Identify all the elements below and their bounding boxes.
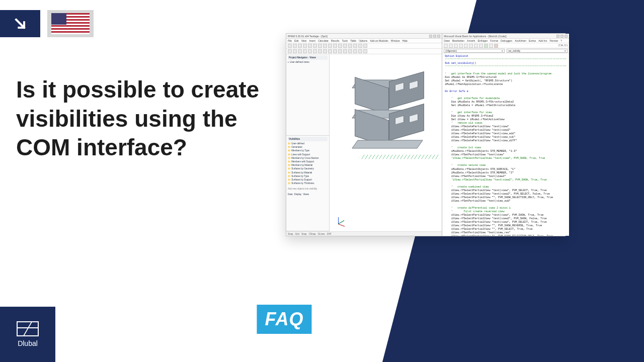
toolbar-button[interactable] — [293, 49, 297, 53]
toolbar-button[interactable] — [318, 44, 322, 48]
toolbar-button[interactable] — [469, 44, 473, 48]
toolbar-button[interactable] — [353, 44, 357, 48]
proc-dropdown[interactable]: set_visibility — [507, 49, 568, 53]
menu-item[interactable]: Results — [331, 39, 340, 42]
vis-item[interactable]: Surfaces by Geometry — [288, 167, 328, 170]
language-flag-us[interactable] — [47, 10, 94, 37]
toolbar-button[interactable] — [323, 49, 327, 53]
menu-item[interactable]: Edit — [294, 39, 299, 42]
faq-tag: FAQ — [257, 305, 311, 334]
toolbar-button[interactable] — [333, 44, 337, 48]
status-chip[interactable]: OSnap — [309, 233, 316, 235]
nav-tab[interactable]: Display — [294, 193, 302, 196]
toolbar-button[interactable] — [343, 44, 347, 48]
menu-item[interactable]: Einfügen — [478, 39, 488, 42]
vis-item[interactable]: Members with Support — [288, 160, 328, 163]
toolbar-button[interactable] — [338, 44, 342, 48]
menu-item[interactable]: Datei — [444, 39, 450, 42]
menu-item[interactable]: Window — [391, 39, 400, 42]
toolbar-button[interactable] — [308, 44, 312, 48]
toolbar-button[interactable] — [348, 49, 352, 53]
vis-root[interactable]: User-defined — [288, 142, 328, 145]
toolbar-button[interactable] — [363, 44, 367, 48]
toolbar-button[interactable] — [363, 49, 367, 53]
toolbar-button[interactable] — [288, 49, 292, 53]
toolbar-button[interactable] — [343, 49, 347, 53]
toolbar-button[interactable] — [474, 44, 478, 48]
toolbar-button[interactable] — [459, 44, 463, 48]
toolbar-button[interactable] — [303, 49, 307, 53]
menu-item[interactable]: Insert — [309, 39, 315, 42]
menu-item[interactable]: Help — [403, 39, 408, 42]
toolbar-button[interactable] — [338, 49, 342, 53]
run-icon[interactable] — [484, 44, 488, 48]
status-chip[interactable]: Snap — [301, 233, 307, 235]
close-icon[interactable] — [565, 35, 568, 38]
vis-item[interactable]: Generated — [288, 145, 328, 149]
menu-item[interactable]: Tools — [342, 39, 348, 42]
pause-icon[interactable] — [489, 44, 493, 48]
toolbar-button[interactable] — [323, 44, 327, 48]
toolbar-button[interactable] — [333, 49, 337, 53]
nav-tab[interactable]: Views — [303, 193, 309, 196]
toolbar-button[interactable] — [353, 49, 357, 53]
toolbar-button[interactable] — [454, 44, 458, 48]
maximize-icon[interactable] — [560, 35, 564, 38]
vis-item[interactable]: Members by Cross-Section — [288, 156, 328, 160]
status-chip[interactable]: Grid — [295, 233, 300, 235]
nav-tab[interactable]: Data — [288, 193, 293, 196]
toolbar-button[interactable] — [464, 44, 468, 48]
toolbar-button[interactable] — [313, 44, 317, 48]
menu-item[interactable]: View — [301, 39, 307, 42]
toolbar-button[interactable] — [449, 44, 453, 48]
menu-item[interactable]: ? — [560, 39, 562, 42]
minimize-icon[interactable] — [429, 35, 432, 38]
maximize-icon[interactable] — [433, 35, 436, 38]
toolbar-button[interactable] — [444, 44, 448, 48]
toolbar-button[interactable] — [358, 44, 362, 48]
status-chip[interactable]: Snap — [288, 233, 293, 235]
vis-item[interactable]: Members by Material — [288, 163, 328, 167]
toolbar-button[interactable] — [288, 44, 292, 48]
vis-item[interactable]: Surfaces by Material — [288, 171, 328, 174]
menu-item[interactable]: Fenster — [549, 39, 558, 42]
menu-item[interactable]: Table — [350, 39, 356, 42]
toolbar-button[interactable] — [298, 44, 302, 48]
status-chip[interactable]: DXF — [327, 233, 332, 235]
menu-item[interactable]: Ansicht — [467, 39, 475, 42]
status-chip[interactable]: GLines — [318, 233, 325, 235]
minimize-icon[interactable] — [556, 35, 559, 38]
menu-item[interactable]: Format — [490, 39, 498, 42]
toolbar-button[interactable] — [348, 44, 352, 48]
scope-dropdown[interactable]: (Allgemein) — [444, 49, 505, 53]
vis-item[interactable]: Surfaces by Support — [288, 178, 328, 182]
vis-item[interactable]: Surfaces by Thickness — [288, 182, 328, 185]
toolbar-button[interactable] — [313, 49, 317, 53]
menu-item[interactable]: Bearbeiten — [452, 39, 464, 42]
toolbar-button[interactable] — [308, 49, 312, 53]
vba-code-editor[interactable]: Option Explicit ''''''''''''''''''''''''… — [442, 53, 569, 236]
vis-item[interactable]: Lines with Support — [288, 153, 328, 156]
toolbar-button[interactable] — [358, 49, 362, 53]
model-viewport[interactable] — [330, 54, 442, 231]
vis-item[interactable]: Surfaces by Type — [288, 174, 328, 178]
close-icon[interactable] — [437, 35, 440, 38]
toolbar-button[interactable] — [328, 49, 332, 53]
toolbar-button[interactable] — [318, 49, 322, 53]
toolbar-button[interactable] — [293, 44, 297, 48]
menu-item[interactable]: Ausführen — [515, 39, 526, 42]
toolbar-button[interactable] — [328, 44, 332, 48]
menu-item[interactable]: Options — [359, 39, 367, 42]
menu-item[interactable]: Calculate — [318, 39, 329, 42]
toolbar-button[interactable] — [303, 44, 307, 48]
toolbar-button[interactable] — [479, 44, 483, 48]
menu-item[interactable]: File — [288, 39, 292, 42]
stop-icon[interactable] — [494, 44, 498, 48]
menu-item[interactable]: Extras — [529, 39, 536, 42]
vis-item[interactable]: Members by Type — [288, 149, 328, 152]
menu-item[interactable]: Add-on Modules — [370, 39, 388, 42]
menu-item[interactable]: Debuggen — [501, 39, 512, 42]
nav-item[interactable]: User-defined views: — [288, 60, 328, 64]
toolbar-button[interactable] — [298, 49, 302, 53]
menu-item[interactable]: Add-Ins — [538, 39, 547, 42]
